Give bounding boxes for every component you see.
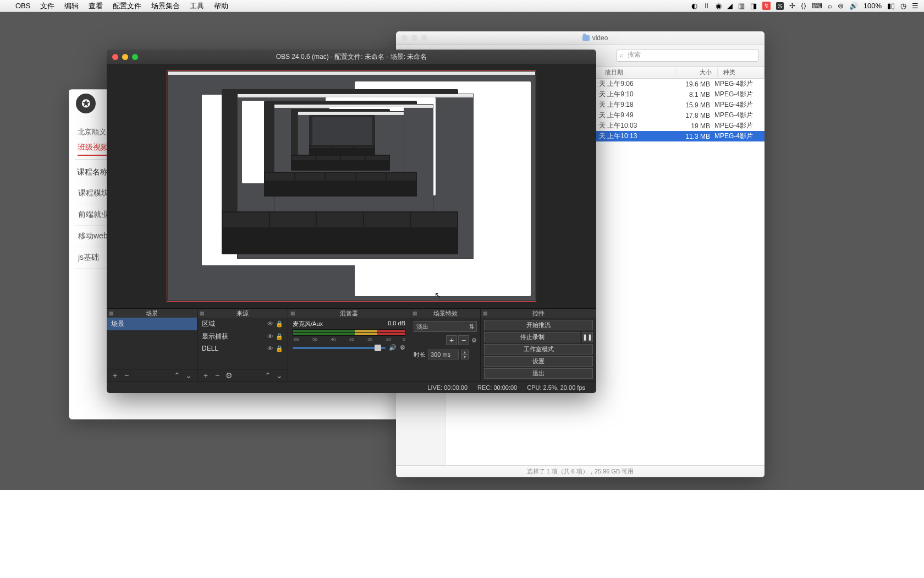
add-button[interactable]: + xyxy=(110,371,120,380)
scene-item[interactable]: 场景 xyxy=(107,318,197,330)
panel-header[interactable]: 场景 xyxy=(107,309,197,318)
volume-slider[interactable] xyxy=(293,347,386,349)
audio-meter xyxy=(293,329,405,336)
exit-button[interactable]: 退出 xyxy=(484,368,593,379)
gear-icon[interactable]: ⚙ xyxy=(471,337,477,344)
macos-menubar: OBS 文件 编辑 查看 配置文件 场景集合 工具 帮助 ◐ ⏸ ◉ ◢ ▥ ◨… xyxy=(0,0,924,12)
clock-icon[interactable]: ◷ xyxy=(900,2,906,10)
status-icon[interactable]: ◉ xyxy=(716,2,722,10)
eye-icon[interactable]: 👁 xyxy=(267,345,273,352)
status-icon[interactable]: ⌨ xyxy=(812,2,822,10)
remove-button[interactable]: − xyxy=(212,371,222,380)
menu-scene-collection[interactable]: 场景集合 xyxy=(151,1,180,11)
menu-file[interactable]: 文件 xyxy=(40,1,54,11)
remove-button[interactable]: − xyxy=(458,335,469,345)
menu-app[interactable]: OBS xyxy=(15,2,30,10)
source-item[interactable]: DELL👁🔒 xyxy=(197,343,288,354)
finder-title: video xyxy=(592,34,608,42)
menu-help[interactable]: 帮助 xyxy=(214,1,228,11)
stop-recording-button[interactable]: 停止录制 xyxy=(484,332,580,342)
spotlight-icon[interactable]: ⌕ xyxy=(828,2,832,10)
menu-icon[interactable]: ☰ xyxy=(912,2,919,10)
speaker-icon[interactable]: 🔊 xyxy=(389,344,397,351)
minimize-icon[interactable] xyxy=(411,35,417,41)
obs-preview[interactable] xyxy=(107,64,596,308)
status-rec: REC: 00:00:00 xyxy=(477,384,517,391)
status-icon[interactable]: ◢ xyxy=(727,2,733,10)
finder-status: 选择了 1 项（共 6 项），25.96 GB 可用 xyxy=(396,465,765,477)
up-button[interactable]: ⌃ xyxy=(172,371,182,380)
up-button[interactable]: ⌃ xyxy=(263,371,273,380)
lock-icon[interactable]: 🔒 xyxy=(276,320,283,328)
down-button[interactable]: ⌄ xyxy=(184,371,194,380)
panel-sources: 来源 区域👁🔒 显示捕获👁🔒 DELL👁🔒 + − ⚙ ⌃ ⌄ xyxy=(197,309,288,381)
remove-button[interactable]: − xyxy=(122,371,131,380)
status-icon[interactable]: ◐ xyxy=(691,2,697,10)
panel-scenes: 场景 场景 + − ⌃ ⌄ xyxy=(107,309,197,381)
spinner-up[interactable]: ▲ xyxy=(461,350,469,355)
battery-icon[interactable]: ▮▯ xyxy=(887,2,895,10)
wifi-icon[interactable]: ⊚ xyxy=(838,2,844,10)
status-cpu: CPU: 2.5%, 20.00 fps xyxy=(527,384,585,391)
panel-header[interactable]: 来源 xyxy=(197,309,288,318)
status-icon[interactable]: S xyxy=(776,2,783,10)
add-button[interactable]: + xyxy=(446,335,457,345)
gear-icon[interactable]: ⚙ xyxy=(224,371,234,380)
obs-title: OBS 24.0.6 (mac) - 配置文件: 未命名 - 场景: 未命名 xyxy=(107,52,596,62)
eye-icon[interactable]: 👁 xyxy=(267,320,273,328)
obs-window: OBS 24.0.6 (mac) - 配置文件: 未命名 - 场景: 未命名 xyxy=(107,50,596,393)
window-traffic-lights[interactable] xyxy=(402,35,427,41)
status-icon[interactable]: ◨ xyxy=(750,2,757,10)
panel-header[interactable]: 控件 xyxy=(481,309,596,318)
transition-select[interactable]: 淡出⇅ xyxy=(414,321,477,332)
menu-tools[interactable]: 工具 xyxy=(190,1,204,11)
panel-transitions: 场景特效 淡出⇅ + − ⚙ 时长 ▲▼ xyxy=(410,309,481,381)
search-input[interactable]: 搜索 xyxy=(616,50,759,62)
panel-header[interactable]: 混音器 xyxy=(288,309,410,318)
tab-class-video[interactable]: 班级视频 xyxy=(78,143,108,156)
battery-text: 100% xyxy=(864,2,882,10)
studio-mode-button[interactable]: 工作室模式 xyxy=(484,344,593,355)
obs-panels: 场景 场景 + − ⌃ ⌄ 来源 区域👁🔒 显示捕获👁🔒 DE xyxy=(107,308,596,381)
volume-icon[interactable]: 🔊 xyxy=(849,2,858,10)
duration-input[interactable] xyxy=(428,350,459,359)
site-logo-icon: ✪ xyxy=(76,94,96,113)
status-icon[interactable]: ▥ xyxy=(738,2,745,10)
close-icon[interactable] xyxy=(402,35,408,41)
gear-icon[interactable]: ⚙ xyxy=(400,344,405,351)
panel-header[interactable]: 场景特效 xyxy=(410,309,480,318)
panel-mixer: 混音器 麦克风/Aux0.0 dB -60-50-40-30-20-100 🔊 … xyxy=(288,309,410,381)
status-live: LIVE: 00:00:00 xyxy=(427,384,468,391)
spinner-down[interactable]: ▼ xyxy=(461,355,469,359)
duration-label: 时长 xyxy=(414,351,426,359)
status-icon[interactable]: ↯ xyxy=(762,2,771,10)
preview-canvas[interactable] xyxy=(167,70,536,302)
settings-button[interactable]: 设置 xyxy=(484,356,593,367)
status-icon[interactable]: ✢ xyxy=(789,2,795,10)
menu-profile[interactable]: 配置文件 xyxy=(113,1,141,11)
source-item[interactable]: 区域👁🔒 xyxy=(197,318,288,330)
page-bottom-area xyxy=(0,490,924,578)
eye-icon[interactable]: 👁 xyxy=(267,333,273,340)
down-button[interactable]: ⌄ xyxy=(274,371,284,380)
menu-view[interactable]: 查看 xyxy=(89,1,103,11)
mixer-db: 0.0 dB xyxy=(388,320,405,328)
start-streaming-button[interactable]: 开始推流 xyxy=(484,320,593,330)
panel-controls: 控件 开始推流 停止录制 ❚❚ 工作室模式 设置 退出 xyxy=(481,309,596,381)
folder-icon xyxy=(582,35,590,41)
maximize-icon[interactable] xyxy=(421,35,427,41)
add-button[interactable]: + xyxy=(201,371,211,380)
status-icon[interactable]: ⏸ xyxy=(703,2,710,10)
lock-icon[interactable]: 🔒 xyxy=(276,333,283,340)
pause-recording-button[interactable]: ❚❚ xyxy=(582,332,593,342)
source-item[interactable]: 显示捕获👁🔒 xyxy=(197,330,288,343)
obs-statusbar: LIVE: 00:00:00 REC: 00:00:00 CPU: 2.5%, … xyxy=(107,381,596,393)
mixer-source-name: 麦克风/Aux xyxy=(293,320,323,328)
lock-icon[interactable]: 🔒 xyxy=(276,345,283,352)
status-icon[interactable]: ⟨⟩ xyxy=(801,2,806,10)
menu-edit[interactable]: 编辑 xyxy=(64,1,79,11)
